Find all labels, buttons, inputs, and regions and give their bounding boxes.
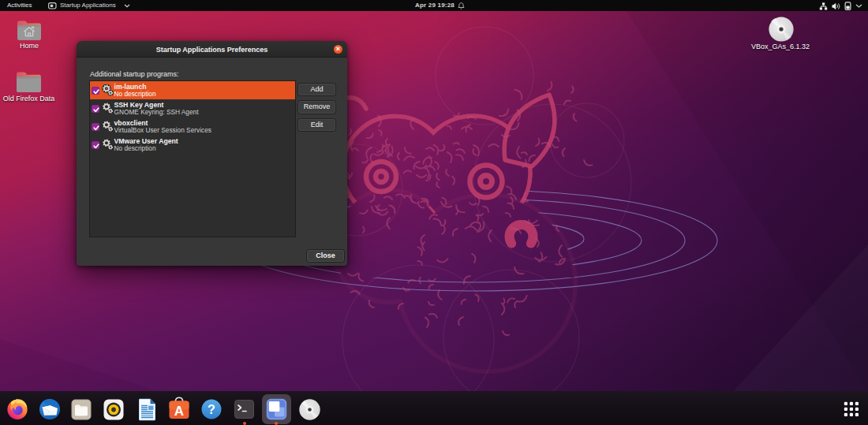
svg-text:?: ? <box>208 403 215 416</box>
svg-text:A: A <box>174 404 184 419</box>
